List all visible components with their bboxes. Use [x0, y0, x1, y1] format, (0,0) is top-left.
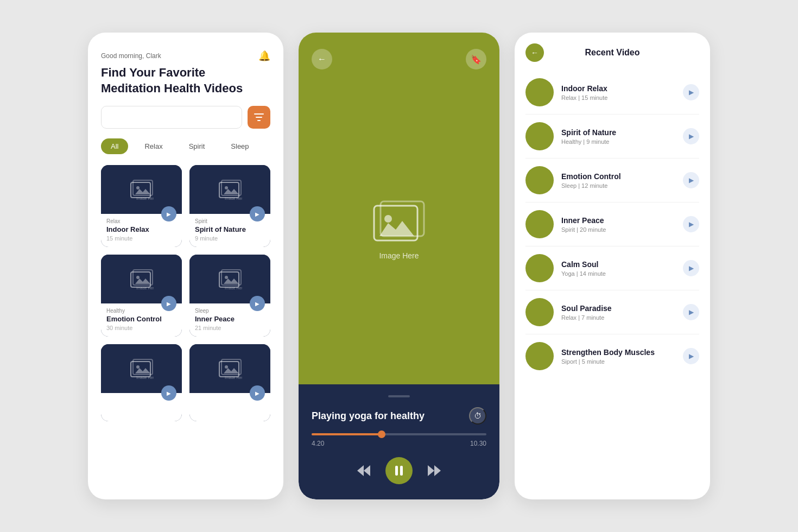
- svg-point-17: [225, 276, 228, 279]
- play-button[interactable]: ▶: [683, 348, 699, 364]
- video-subtitle: Spirit | 20 minute: [561, 226, 675, 233]
- play-button[interactable]: ▶: [683, 216, 699, 232]
- list-item: Calm Soul Yoga | 14 minute ▶: [525, 246, 699, 290]
- video-info: Indoor Relax Relax | 15 minute: [561, 84, 675, 101]
- video-card[interactable]: Image Here ▶ Healthy Emotion Control 30 …: [101, 255, 182, 337]
- video-card[interactable]: Image Here ▶ Relax Indoor Relax 15 minut…: [101, 165, 182, 247]
- svg-text:Image Here: Image Here: [225, 197, 242, 200]
- video-title: Indoor Relax: [561, 84, 675, 93]
- player-screen: ← 🔖 Image Here Playing yoga for heal: [299, 33, 499, 499]
- play-button[interactable]: ▶: [683, 84, 699, 100]
- video-title: Emotion Control: [561, 172, 675, 181]
- main-title: Find Your Favorite Meditation Health Vid…: [101, 65, 270, 96]
- playback-controls: [312, 457, 486, 484]
- video-card[interactable]: Image Here ▶ Sleep Inner Peace 21 minute: [189, 255, 270, 337]
- svg-marker-34: [428, 465, 434, 476]
- back-button[interactable]: ←: [312, 49, 332, 69]
- search-row: [101, 106, 270, 129]
- player-controls-area: Playing yoga for healthy ⏱ 4.20 10.30: [299, 384, 499, 499]
- svg-text:Image Here: Image Here: [136, 286, 154, 289]
- video-title: Emotion Control: [106, 315, 176, 323]
- search-input[interactable]: [101, 106, 242, 129]
- video-card[interactable]: Image Here ▶: [101, 344, 182, 421]
- svg-text:Image Here: Image Here: [136, 376, 154, 379]
- progress-dot[interactable]: [378, 430, 385, 438]
- svg-rect-2: [257, 120, 261, 121]
- svg-point-21: [136, 365, 140, 369]
- tab-spirit[interactable]: Spirit: [179, 138, 215, 154]
- play-button[interactable]: ▶: [683, 172, 699, 188]
- time-row: 4.20 10.30: [312, 440, 486, 447]
- video-duration: 30 minute: [106, 325, 176, 331]
- play-icon[interactable]: ▶: [161, 385, 176, 401]
- play-icon[interactable]: ▶: [250, 206, 265, 221]
- player-title-row: Playing yoga for healthy ⏱: [312, 407, 486, 425]
- svg-text:Image Here: Image Here: [225, 376, 242, 379]
- play-icon[interactable]: ▶: [250, 385, 265, 401]
- video-title: Inner Peace: [195, 315, 265, 323]
- svg-marker-31: [357, 465, 364, 476]
- play-icon[interactable]: ▶: [161, 206, 176, 221]
- play-button[interactable]: ▶: [683, 128, 699, 144]
- video-thumbnail: [525, 254, 554, 282]
- svg-rect-32: [395, 466, 398, 476]
- video-card[interactable]: Image Here ▶: [189, 344, 270, 421]
- play-button[interactable]: ▶: [683, 260, 699, 276]
- video-thumbnail: [525, 210, 554, 238]
- list-item: Strengthen Body Muscles Siport | 5 minut…: [525, 334, 699, 378]
- svg-text:Image Here: Image Here: [136, 197, 154, 200]
- video-info: Emotion Control Sleep | 12 minute: [561, 172, 675, 189]
- video-thumbnail: [525, 342, 554, 370]
- tab-all[interactable]: All: [101, 138, 128, 154]
- svg-point-9: [225, 186, 228, 189]
- recent-screen: ← Recent Video Indoor Relax Relax | 15 m…: [515, 33, 710, 499]
- play-icon[interactable]: ▶: [161, 296, 176, 311]
- play-button[interactable]: ▶: [683, 304, 699, 320]
- video-thumbnail-placeholder: Image Here: [372, 199, 426, 260]
- video-title: Strengthen Body Muscles: [561, 348, 675, 357]
- filter-button[interactable]: [248, 106, 270, 129]
- bookmark-button[interactable]: 🔖: [466, 49, 486, 69]
- svg-rect-0: [254, 113, 264, 115]
- video-info: Calm Soul Yoga | 14 minute: [561, 260, 675, 277]
- svg-point-25: [225, 365, 228, 369]
- video-card[interactable]: Image Here ▶ Spirit Spirit of Nature 9 m…: [189, 165, 270, 247]
- forward-button[interactable]: [428, 465, 441, 476]
- greeting-row: Good morning, Clark 🔔: [101, 50, 270, 62]
- drag-bar: [388, 395, 410, 397]
- svg-point-5: [136, 186, 140, 189]
- list-item: Inner Peace Spirit | 20 minute ▶: [525, 202, 699, 246]
- list-item: Emotion Control Sleep | 12 minute ▶: [525, 159, 699, 202]
- video-subtitle: Siport | 5 minute: [561, 358, 675, 365]
- tab-sleep[interactable]: Sleep: [221, 138, 258, 154]
- list-item: Indoor Relax Relax | 15 minute ▶: [525, 71, 699, 115]
- video-title: Inner Peace: [561, 216, 675, 225]
- pause-button[interactable]: [385, 457, 413, 484]
- bell-icon[interactable]: 🔔: [258, 50, 270, 62]
- progress-bar[interactable]: [312, 433, 486, 435]
- video-duration: 9 minute: [195, 235, 265, 242]
- play-icon[interactable]: ▶: [250, 296, 265, 311]
- recent-video-list: Indoor Relax Relax | 15 minute ▶ Spirit …: [525, 71, 699, 378]
- video-thumbnail: [525, 166, 554, 194]
- greeting-text: Good morning, Clark: [101, 52, 161, 60]
- video-info: Strengthen Body Muscles Siport | 5 minut…: [561, 348, 675, 365]
- timer-button[interactable]: ⏱: [469, 407, 486, 425]
- tab-relax[interactable]: Relax: [135, 138, 172, 154]
- video-thumbnail: [525, 78, 554, 106]
- browse-screen: Good morning, Clark 🔔 Find Your Favorite…: [88, 33, 283, 499]
- video-info: Soul Paradise Relax | 7 minute: [561, 304, 675, 321]
- video-title: Spirit of Nature: [561, 128, 675, 137]
- svg-marker-30: [364, 465, 370, 476]
- video-duration: 21 minute: [195, 325, 265, 331]
- player-nav: ← 🔖: [312, 49, 486, 69]
- video-subtitle: Healthy | 9 minute: [561, 138, 675, 145]
- video-info: Spirit of Nature Healthy | 9 minute: [561, 128, 675, 145]
- back-button[interactable]: ←: [525, 43, 544, 62]
- video-subtitle: Relax | 7 minute: [561, 314, 675, 321]
- rewind-button[interactable]: [357, 465, 370, 476]
- list-item: Spirit of Nature Healthy | 9 minute ▶: [525, 115, 699, 159]
- video-info: Inner Peace Spirit | 20 minute: [561, 216, 675, 233]
- svg-marker-35: [434, 465, 441, 476]
- video-title: Spirit of Nature: [195, 225, 265, 233]
